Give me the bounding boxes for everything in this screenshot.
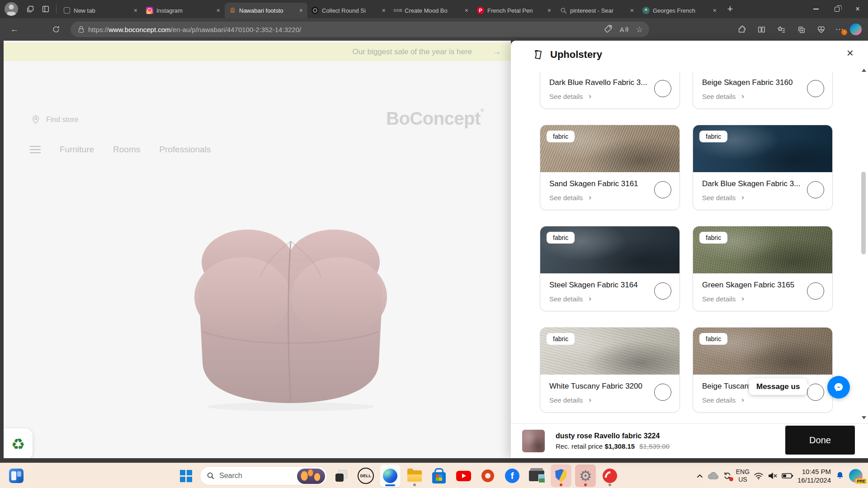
fabric-card-sand-skagen-fabric-3161[interactable]: fabricSand Skagen Fabric 3161See details… (540, 125, 680, 210)
security-app[interactable] (551, 465, 571, 487)
fabric-select-radio[interactable] (654, 384, 671, 401)
search-highlight-image[interactable] (297, 469, 325, 484)
wifi-icon[interactable] (754, 472, 764, 480)
fabric-select-radio[interactable] (807, 80, 824, 97)
fabric-card-steel-skagen-fabric-3164[interactable]: fabricSteel Skagen Fabric 3164See detail… (540, 226, 680, 311)
tab-close-icon[interactable]: × (216, 7, 221, 14)
tab-close-icon[interactable]: × (629, 7, 635, 14)
tab-instagram[interactable]: Instagram× (142, 3, 225, 18)
tab-close-icon[interactable]: × (712, 7, 717, 14)
boconcept-logo[interactable]: BoConcept® (386, 108, 484, 129)
see-details-link[interactable]: See details› (549, 395, 670, 404)
tab-pintereest-sear[interactable]: pintereest - Sear× (556, 3, 638, 18)
office-app[interactable] (477, 465, 498, 487)
nav-item-professionals[interactable]: Professionals (159, 145, 211, 155)
file-explorer-app[interactable] (404, 465, 425, 487)
taskbar-search[interactable]: Search (200, 466, 327, 485)
see-details-link[interactable]: See details› (549, 193, 670, 202)
panel-close-icon[interactable]: × (847, 47, 854, 59)
favorite-star-icon[interactable]: ☆ (636, 25, 643, 34)
widgets-icon[interactable] (9, 469, 24, 483)
facebook-app[interactable]: f (502, 465, 523, 487)
onedrive-cloud-icon[interactable] (707, 472, 719, 480)
read-aloud-icon[interactable]: A (620, 26, 629, 33)
dell-app[interactable]: DELL (355, 465, 376, 487)
tab-collect-round-si[interactable]: Collect Round Si× (307, 3, 390, 18)
tab-close-icon[interactable]: × (381, 7, 387, 14)
fabric-select-radio[interactable] (654, 282, 671, 300)
url-text[interactable]: https://www.boconcept.com/en-au/p/nawaba… (88, 26, 301, 33)
scrollbar-thumb[interactable] (861, 172, 866, 254)
task-view-button[interactable] (331, 465, 352, 487)
copilot-tray-icon[interactable]: PRE (849, 469, 863, 483)
fabric-card-beige-tuscany[interactable]: fabricBeige TuscanySee details› (693, 327, 833, 413)
taskbar-clock[interactable]: 10:45 PM16/11/2024 (797, 467, 831, 485)
tab-close-icon[interactable]: × (547, 7, 552, 14)
see-details-link[interactable]: See details› (549, 92, 670, 101)
scroll-up-arrow[interactable] (862, 69, 866, 72)
spin-360-button[interactable]: ♻ (4, 428, 33, 458)
hamburger-menu-icon[interactable] (30, 146, 41, 153)
see-details-link[interactable]: See details› (702, 294, 823, 303)
battery-icon[interactable] (782, 473, 793, 479)
edge-app[interactable] (380, 465, 401, 487)
notification-bell-icon[interactable] (835, 471, 845, 481)
see-details-link[interactable]: See details› (702, 395, 823, 404)
tab-create-mood-bo[interactable]: SSBCreate Mood Bo× (390, 3, 473, 18)
fabric-select-radio[interactable] (654, 80, 671, 97)
see-details-link[interactable]: See details› (702, 193, 823, 202)
extensions-icon[interactable] (733, 22, 750, 37)
panel-scrollbar[interactable] (861, 68, 867, 420)
tab-new-tab[interactable]: New tab× (59, 3, 142, 18)
tab-close-icon[interactable]: × (464, 7, 469, 14)
microsoft-store-app[interactable] (429, 465, 449, 487)
browser-essentials-icon[interactable] (813, 22, 829, 37)
trend-micro-app[interactable] (599, 465, 620, 487)
profile-avatar[interactable] (5, 2, 18, 16)
new-tab-button[interactable]: + (721, 3, 739, 15)
vertical-tabs-icon[interactable] (38, 2, 53, 16)
scroll-down-arrow[interactable] (862, 416, 866, 419)
sync-alert-icon[interactable] (723, 471, 732, 480)
language-indicator[interactable]: ENGUS (736, 468, 750, 483)
tab-french-petal-pen[interactable]: PFrench Petal Pen× (473, 3, 556, 18)
tab-group-icon[interactable] (23, 2, 38, 16)
settings-app[interactable]: ⚙ (575, 465, 596, 487)
fabric-card-green-skagen-fabric-3165[interactable]: fabricGreen Skagen Fabric 3165See detail… (693, 226, 833, 311)
tab-nawabari-footsto[interactable]: Nawabari footsto× (225, 3, 307, 18)
tab-georges-french[interactable]: ^Georges French× (638, 3, 721, 18)
volume-muted-icon[interactable] (768, 472, 778, 480)
see-details-link[interactable]: See details› (549, 294, 670, 303)
nav-item-rooms[interactable]: Rooms (113, 145, 140, 155)
copilot-icon[interactable] (850, 23, 862, 35)
settings-more-icon[interactable]: ⋯↑ (833, 24, 846, 34)
fabric-select-radio[interactable] (807, 282, 824, 300)
refresh-button[interactable] (48, 22, 64, 37)
favorites-bar-icon[interactable] (773, 22, 789, 37)
fabric-select-radio[interactable] (654, 181, 671, 198)
done-button[interactable]: Done (785, 426, 855, 455)
find-store-link[interactable]: Find store (31, 115, 78, 125)
shopping-tag-icon[interactable] (604, 24, 613, 35)
fabric-card-white-tuscany-fabric-3200[interactable]: fabricWhite Tuscany Fabric 3200See detai… (540, 327, 680, 413)
fabric-select-radio[interactable] (807, 181, 824, 198)
sale-banner[interactable]: Our biggest sale of the year is here → (4, 42, 511, 61)
back-button[interactable]: ← (6, 22, 23, 37)
tab-close-icon[interactable]: × (298, 7, 304, 14)
nav-item-furniture[interactable]: Furniture (60, 145, 94, 155)
minimize-button[interactable] (806, 0, 826, 18)
lock-icon[interactable] (79, 28, 84, 33)
fabric-card-beige-skagen-fabric-3160[interactable]: Beige Skagen Fabric 3160See details› (693, 72, 833, 109)
photo-printer-app[interactable] (526, 465, 547, 487)
see-details-link[interactable]: See details› (702, 92, 823, 101)
maximize-button[interactable] (826, 0, 847, 18)
tray-chevron-icon[interactable] (697, 474, 703, 478)
fabric-card-dark-blue-skagen-fabric-3[interactable]: fabricDark Blue Skagen Fabric 3...See de… (693, 125, 833, 210)
messenger-button[interactable] (827, 376, 850, 399)
fabric-card-dark-blue-ravello-fabric-3[interactable]: Dark Blue Ravello Fabric 3...See details… (540, 72, 680, 109)
start-button[interactable] (175, 465, 196, 487)
address-bar[interactable]: https://www.boconcept.com/en-au/p/nawaba… (71, 22, 649, 37)
youtube-app[interactable] (453, 465, 474, 487)
close-window-button[interactable]: × (847, 0, 868, 18)
collections-icon[interactable] (793, 22, 809, 37)
